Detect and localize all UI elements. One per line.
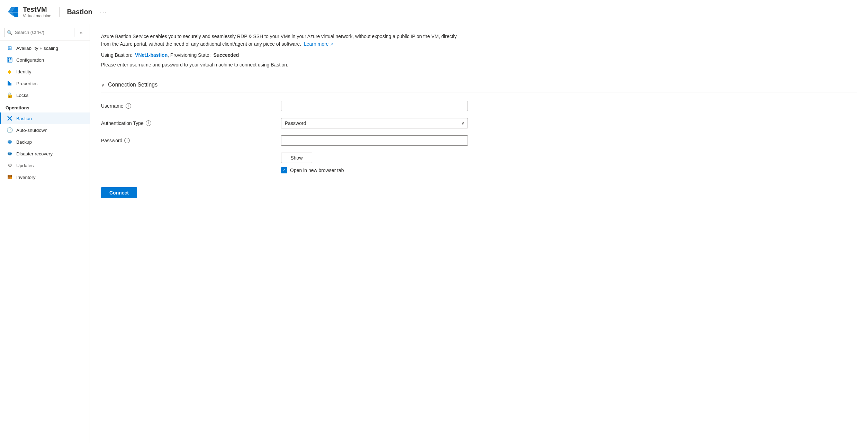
bastion-status-text: Using Bastion: VNet1-bastion, Provisioni… [101, 52, 857, 58]
collapse-section-chevron[interactable]: ∨ [101, 82, 105, 88]
show-password-button[interactable]: Show [281, 153, 312, 163]
username-label: Username i [101, 103, 281, 109]
svg-rect-5 [8, 81, 9, 85]
sidebar-item-label: Updates [16, 163, 34, 168]
show-btn-row: Show [281, 153, 468, 163]
operations-section-label: Operations [0, 101, 90, 112]
locks-icon: 🔒 [7, 92, 13, 98]
username-info-icon[interactable]: i [126, 103, 131, 109]
vm-subtitle: Virtual machine [23, 13, 52, 18]
sidebar-item-label: Configuration [16, 57, 44, 63]
sidebar-item-label: Locks [16, 93, 28, 98]
svg-rect-6 [9, 82, 10, 85]
identity-icon: ◆ [7, 69, 13, 75]
content-area: Azure Bastion Service enables you to sec… [90, 24, 868, 443]
enter-creds-text: Please enter username and password to yo… [101, 62, 857, 67]
vm-name: TestVM [23, 6, 52, 13]
logo-group: TestVM Virtual machine Bastion ··· [7, 6, 107, 18]
sidebar-item-updates[interactable]: ⚙ Updates [0, 160, 90, 171]
username-input[interactable] [281, 101, 468, 111]
sidebar-nav: ⊞ Availability + scaling Configuration ◆… [0, 41, 90, 184]
connection-form: Username i Authentication Type i Passwor… [101, 101, 516, 173]
availability-icon: ⊞ [7, 45, 13, 51]
header-title-group: TestVM Virtual machine [23, 6, 52, 18]
connect-section: Connect [101, 182, 857, 198]
new-tab-checkbox[interactable]: ✓ [281, 167, 287, 173]
connect-button[interactable]: Connect [101, 187, 137, 198]
new-tab-checkbox-row: ✓ Open in new browser tab [281, 167, 468, 173]
bastion-name-link[interactable]: VNet1-bastion [135, 52, 168, 58]
sidebar: 🔍 « ⊞ Availability + scaling Configurati… [0, 24, 90, 443]
sidebar-item-label: Disaster recovery [16, 151, 53, 156]
svg-rect-15 [9, 175, 11, 177]
search-input[interactable] [4, 28, 74, 37]
main-layout: 🔍 « ⊞ Availability + scaling Configurati… [0, 24, 868, 443]
username-input-container [281, 101, 516, 111]
updates-icon: ⚙ [7, 162, 13, 169]
external-link-icon: ↗ [330, 42, 333, 46]
sidebar-item-identity[interactable]: ◆ Identity [0, 66, 90, 78]
password-info-icon[interactable]: i [124, 138, 130, 143]
disaster-recovery-icon [7, 151, 13, 157]
connection-settings-header: ∨ Connection Settings [101, 82, 857, 92]
new-tab-label: Open in new browser tab [290, 168, 344, 173]
sidebar-item-disaster-recovery[interactable]: Disaster recovery [0, 148, 90, 160]
search-input-wrap: 🔍 [4, 28, 74, 37]
sidebar-item-label: Identity [16, 69, 31, 74]
svg-rect-2 [8, 58, 9, 60]
password-input[interactable] [281, 135, 468, 146]
page-header: TestVM Virtual machine Bastion ··· [0, 0, 868, 24]
backup-icon [7, 139, 13, 145]
svg-rect-13 [10, 177, 12, 179]
auth-type-info-icon[interactable]: i [146, 120, 151, 126]
configuration-icon [7, 57, 13, 63]
more-options-button[interactable]: ··· [100, 8, 107, 16]
sidebar-search-container: 🔍 « [0, 24, 90, 41]
sidebar-item-configuration[interactable]: Configuration [0, 54, 90, 66]
sidebar-item-availability[interactable]: ⊞ Availability + scaling [0, 42, 90, 54]
properties-icon [7, 80, 13, 87]
sidebar-item-autoshutdown[interactable]: 🕐 Auto-shutdown [0, 124, 90, 136]
sidebar-item-bastion[interactable]: Bastion [0, 112, 90, 124]
header-divider [59, 7, 60, 17]
auth-type-select[interactable]: PasswordSSH Private Key [281, 118, 468, 128]
sidebar-item-label: Backup [16, 139, 32, 145]
sidebar-item-label: Properties [16, 81, 38, 86]
learn-more-link[interactable]: Learn more [304, 41, 329, 47]
auth-type-select-wrapper: PasswordSSH Private Key ∨ [281, 118, 468, 128]
svg-rect-12 [8, 177, 10, 179]
svg-rect-7 [10, 83, 11, 85]
search-icon: 🔍 [7, 30, 12, 35]
collapse-sidebar-button[interactable]: « [77, 28, 85, 37]
sidebar-item-inventory[interactable]: Inventory [0, 171, 90, 183]
autoshutdown-icon: 🕐 [7, 127, 13, 133]
svg-rect-4 [8, 60, 9, 62]
sidebar-item-label: Bastion [16, 116, 32, 121]
sidebar-item-label: Auto-shutdown [16, 128, 47, 133]
password-label: Password i [101, 138, 281, 143]
sidebar-item-label: Availability + scaling [16, 46, 58, 51]
password-input-container [281, 135, 516, 146]
bastion-icon [7, 115, 13, 121]
bastion-state: Succeeded [213, 52, 239, 58]
svg-rect-3 [10, 58, 11, 60]
sidebar-item-label: Inventory [16, 175, 36, 180]
checkmark-icon: ✓ [282, 168, 286, 173]
description-text: Azure Bastion Service enables you to sec… [101, 33, 464, 48]
connection-settings-title: Connection Settings [108, 82, 157, 88]
inventory-icon [7, 174, 13, 180]
sidebar-item-locks[interactable]: 🔒 Locks [0, 89, 90, 101]
sidebar-item-backup[interactable]: Backup [0, 136, 90, 148]
header-section-title: Bastion [67, 8, 92, 16]
section-divider [101, 76, 857, 76]
auth-type-label: Authentication Type i [101, 120, 281, 126]
sidebar-item-properties[interactable]: Properties [0, 78, 90, 89]
form-actions: Show ✓ Open in new browser tab [281, 153, 468, 173]
azure-logo-icon [7, 6, 19, 18]
